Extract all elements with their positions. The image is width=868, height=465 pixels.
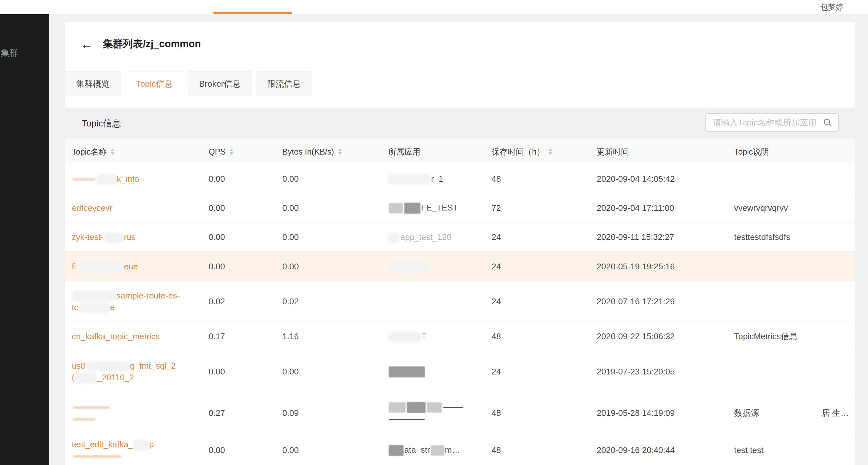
sort-control-bytes-in[interactable]	[338, 148, 342, 155]
cell-line: fieue	[72, 260, 209, 272]
redaction-blur	[390, 176, 430, 183]
app-cell: app_test_120	[388, 231, 492, 243]
topic-link[interactable]: k_info	[117, 174, 139, 184]
topic-link[interactable]: test_edit_kafka_	[72, 439, 133, 449]
sidebar-item-cluster[interactable]: 集群	[1, 47, 18, 59]
topic-link[interactable]: g_fmt_sql_2	[130, 361, 176, 371]
desc-cell: test test	[734, 444, 822, 456]
column-label: QPS	[209, 147, 226, 156]
redaction-blur	[76, 374, 96, 382]
sort-control-qps[interactable]	[229, 148, 234, 155]
topic-name-cell: test_edit_kafka_p	[65, 438, 209, 462]
bytes-in-cell: 0.00	[282, 173, 388, 185]
app-text: T	[422, 332, 427, 341]
redaction-blur	[431, 445, 444, 456]
search-input[interactable]	[706, 118, 823, 128]
sort-control-retention[interactable]	[549, 148, 552, 155]
table-body: k_info0.000.00r_1482020-09-04 14:05:42ed…	[65, 164, 855, 465]
qps-cell: 0.00	[209, 231, 282, 243]
topic-link[interactable]: zyk-test-	[72, 232, 103, 242]
column-label: Topic说明	[734, 147, 769, 157]
redaction-blur	[390, 234, 399, 242]
topic-link[interactable]: eue	[124, 261, 138, 271]
bytes-in-cell: 1.16	[282, 331, 388, 342]
retention-cell: 48	[492, 444, 597, 456]
redaction-blur	[427, 402, 442, 413]
updated-cell: 2020-09-04 14:05:42	[597, 173, 734, 185]
topic-link[interactable]: us0	[72, 361, 85, 371]
redaction-blur	[98, 176, 116, 183]
tab-broker-info[interactable]: Broker信息	[188, 71, 252, 96]
retention-cell: 48	[492, 407, 597, 419]
bytes-in-cell: 0.00	[282, 231, 388, 243]
updated-cell: 2019-05-28 14:19:09	[597, 407, 734, 419]
column-label: 所属应用	[388, 147, 421, 157]
redaction-blur	[443, 407, 463, 408]
topic-link[interactable]: p	[149, 439, 154, 449]
app-cell: FE_TEST	[388, 202, 492, 214]
updated-cell: 2020-09-04 17:11:00	[597, 202, 734, 214]
bytes-in-cell: 0.02	[282, 296, 388, 307]
topic-link[interactable]: fi	[72, 261, 76, 271]
redaction-blur	[73, 178, 95, 181]
cell-line: T	[388, 331, 492, 342]
bytes-in-cell: 0.00	[282, 260, 388, 272]
updated-cell: 2020-09-16 20:40:44	[597, 444, 734, 456]
topic-link[interactable]: e	[110, 302, 115, 312]
topic-name-cell: fieue	[65, 260, 209, 272]
redaction-blur	[73, 418, 95, 421]
redaction-blur	[105, 234, 123, 242]
cell-line	[72, 401, 209, 413]
retention-cell: 24	[492, 231, 597, 243]
topic-link[interactable]: _20110_2	[97, 373, 134, 382]
updated-cell: 2020-07-16 17:21:29	[597, 296, 734, 307]
cell-line	[388, 260, 492, 272]
topic-link[interactable]: tc	[72, 302, 78, 312]
cell-line: ata_strm…	[388, 444, 492, 456]
nav-active-indicator	[213, 12, 292, 14]
tab-topic-info[interactable]: Topic信息	[125, 71, 184, 96]
topic-link[interactable]: edfcevcevr	[72, 203, 113, 213]
updated-cell: 2019-07-23 15:20:05	[597, 366, 734, 377]
search-icon[interactable]	[823, 118, 832, 127]
column-header-qps: QPS	[209, 147, 282, 156]
topic-link[interactable]: sample-route-es-	[117, 291, 180, 301]
retention-cell: 48	[492, 331, 597, 342]
back-arrow-icon[interactable]: ←	[80, 37, 93, 51]
table-row: k_info0.000.00r_1482020-09-04 14:05:42	[65, 164, 855, 193]
user-menu[interactable]: 包梦婷	[820, 2, 843, 12]
redaction-blur	[390, 263, 428, 271]
app-cell: r_1	[388, 173, 492, 185]
cell-line	[388, 413, 492, 425]
app-text: FE_TEST	[421, 203, 458, 213]
cell-line: FE_TEST	[388, 202, 492, 214]
page-title: 集群列表/zj_common	[103, 37, 201, 51]
column-header-retention: 保存时间（h）	[492, 147, 597, 157]
qps-cell: 0.27	[209, 407, 282, 419]
tabs: 集群概览Topic信息Broker信息限流信息	[65, 71, 316, 96]
updated-cell: 2020-05-19 19:25:16	[597, 260, 734, 272]
tab-cluster-overview[interactable]: 集群概览	[65, 71, 121, 96]
topic-link[interactable]: cn_kafka_topic_metrics	[72, 332, 160, 341]
desc-cell: TopicMetrics信息	[734, 331, 822, 342]
retention-cell: 72	[492, 202, 597, 214]
retention-cell: 24	[492, 260, 597, 272]
tab-throttle-info[interactable]: 限流信息	[256, 71, 312, 96]
column-header-app: 所属应用	[388, 147, 492, 157]
sort-control-topic-name[interactable]	[111, 148, 115, 155]
table-row: sample-route-es-tce0.020.02242020-07-16 …	[65, 281, 855, 321]
topic-name-cell: sample-route-es-tce	[65, 290, 209, 313]
qps-cell: 0.02	[209, 296, 282, 307]
cell-line: (_20110_2	[72, 372, 209, 383]
column-label: Bytes In(KB/s)	[282, 147, 334, 156]
updated-cell: 2020-09-22 15:06:32	[597, 331, 734, 342]
app-cell: ata_strm…	[388, 444, 492, 456]
app-cell: T	[388, 331, 492, 342]
topic-link[interactable]: rus	[124, 232, 135, 242]
redaction-blur	[389, 419, 425, 420]
column-header-bytes-in: Bytes In(KB/s)	[282, 147, 388, 156]
topic-link[interactable]: (	[72, 373, 75, 382]
redaction-blur	[404, 203, 421, 214]
cell-line: sample-route-es-	[72, 290, 209, 301]
topic-name-cell: k_info	[65, 173, 209, 185]
